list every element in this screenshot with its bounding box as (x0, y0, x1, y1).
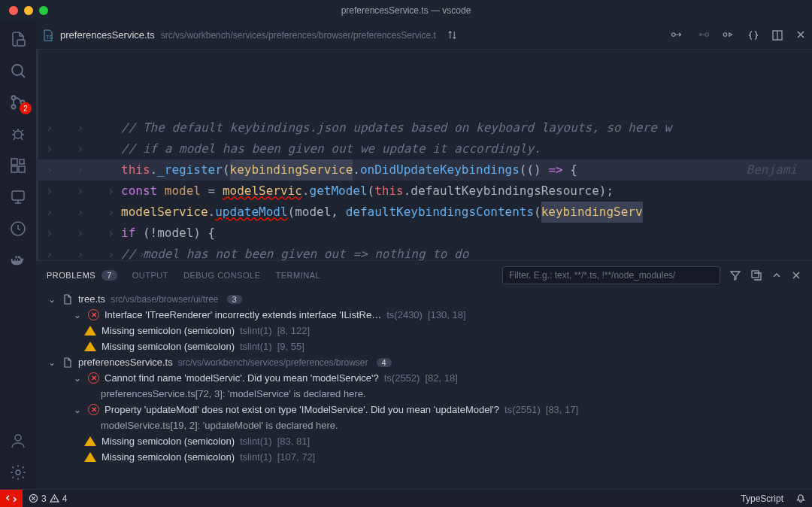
svg-rect-19 (752, 271, 759, 278)
svg-point-16 (705, 32, 709, 36)
close-panel-icon[interactable] (791, 270, 801, 281)
collapse-all-icon[interactable] (750, 269, 762, 281)
svg-rect-8 (19, 166, 25, 172)
history-icon[interactable] (9, 220, 27, 238)
editor-tab-bar: TS preferencesService.ts src/vs/workbenc… (36, 21, 812, 50)
code-line[interactable]: › › ›modelService.updateModl(model, defa… (38, 202, 812, 223)
chevron-down-icon[interactable]: ⌄ (72, 310, 83, 320)
notifications-icon[interactable] (789, 493, 812, 504)
window-title: preferencesService.ts — vscode (341, 5, 471, 16)
problems-tree[interactable]: ⌄tree.ts src/vs/base/browser/ui/tree3⌄✕I… (36, 290, 812, 489)
code-line[interactable]: › › › ›// model has not been given out =… (38, 244, 812, 260)
terminal-tab[interactable]: TERMINAL (275, 271, 320, 280)
svg-point-3 (12, 105, 16, 109)
svg-point-12 (15, 435, 21, 441)
svg-point-17 (723, 32, 727, 36)
warning-icon (84, 326, 96, 335)
warning-icon (84, 436, 96, 446)
problems-item-row[interactable]: Missing semicolon (semicolon) tslint(1) … (42, 323, 812, 339)
go-forward-icon[interactable] (696, 29, 710, 41)
accounts-icon[interactable] (9, 432, 27, 450)
typescript-file-icon: TS (42, 29, 54, 41)
warning-icon (84, 342, 96, 351)
compare-changes-icon[interactable] (447, 29, 458, 41)
code-line[interactable]: › ›this._register(keybindingService.onDi… (38, 159, 812, 181)
panel: PROBLEMS 7 OUTPUT DEBUG CONSOLE TERMINAL… (36, 260, 812, 489)
chevron-down-icon[interactable]: ⌄ (47, 357, 57, 368)
chevron-down-icon[interactable]: ⌄ (47, 294, 57, 305)
debug-icon[interactable] (9, 125, 27, 143)
output-tab[interactable]: OUTPUT (132, 271, 168, 280)
debug-console-tab[interactable]: DEBUG CONSOLE (183, 271, 260, 280)
problems-item-detail[interactable]: modelService.ts[19, 2]: 'updateModel' is… (42, 417, 812, 433)
svg-point-1 (12, 65, 23, 75)
tab-filename: preferencesService.ts (60, 29, 155, 41)
titlebar: preferencesService.ts — vscode (0, 0, 812, 21)
tab-path: src/vs/workbench/services/preferences/br… (161, 30, 436, 41)
file-icon (62, 357, 73, 368)
problems-item-row[interactable]: Missing semicolon (semicolon) tslint(1) … (42, 339, 812, 354)
problems-item-row[interactable]: ⌄✕Cannot find name 'modelServic'. Did yo… (42, 370, 812, 386)
problems-file-row[interactable]: ⌄preferencesService.ts src/vs/workbench/… (42, 354, 812, 370)
problems-count-badge: 7 (102, 270, 117, 281)
problems-tab[interactable]: PROBLEMS 7 (47, 270, 117, 281)
problems-filter-input[interactable] (502, 266, 720, 284)
status-bar: 3 4 TypeScript (0, 489, 812, 507)
extensions-icon[interactable] (9, 156, 27, 175)
maximize-panel-icon[interactable] (771, 270, 782, 281)
svg-point-2 (12, 96, 16, 100)
docker-icon[interactable] (9, 251, 27, 269)
settings-gear-icon[interactable] (9, 463, 27, 481)
problems-item-row[interactable]: ⌄✕Interface 'ITreeRenderer' incorrectly … (42, 307, 812, 323)
code-line[interactable]: › › ›const model = modelServic.getModel(… (38, 181, 812, 202)
problems-item-row[interactable]: ⌄✕Property 'updateModl' does not exist o… (42, 402, 812, 417)
file-icon (62, 294, 73, 305)
source-control-icon[interactable]: 2 (9, 93, 27, 111)
window-maximize[interactable] (39, 6, 48, 15)
language-mode[interactable]: TypeScript (735, 493, 789, 504)
go-back-icon[interactable] (671, 29, 684, 41)
problems-item-row[interactable]: Missing semicolon (semicolon) tslint(1) … (42, 449, 812, 465)
svg-rect-10 (12, 191, 24, 200)
warning-icon (84, 452, 96, 462)
svg-rect-7 (11, 166, 17, 172)
scm-badge: 2 (20, 102, 32, 114)
window-minimize[interactable] (24, 6, 33, 15)
chevron-down-icon[interactable]: ⌄ (72, 373, 83, 384)
code-line[interactable]: › ›// The default keybindings.json updat… (38, 117, 812, 138)
run-icon[interactable] (722, 29, 735, 41)
remote-icon[interactable] (9, 188, 27, 206)
svg-point-5 (14, 131, 22, 138)
svg-rect-9 (20, 159, 24, 164)
svg-text:TS: TS (46, 35, 53, 40)
filter-icon[interactable] (729, 269, 741, 281)
error-warning-status[interactable]: 3 4 (23, 493, 73, 504)
problems-file-row[interactable]: ⌄tree.ts src/vs/base/browser/ui/tree3 (42, 291, 812, 307)
problems-item-detail[interactable]: preferencesService.ts[72, 3]: 'modelServ… (42, 386, 812, 402)
code-line[interactable]: › ›// if a model has been given out we u… (38, 138, 812, 159)
svg-point-15 (672, 32, 676, 36)
split-editor-icon[interactable] (771, 29, 783, 41)
explorer-icon[interactable] (9, 30, 27, 48)
remote-status[interactable] (0, 490, 23, 507)
editor-tab[interactable]: TS preferencesService.ts src/vs/workbenc… (42, 29, 458, 41)
svg-rect-6 (11, 159, 17, 165)
problems-item-row[interactable]: Missing semicolon (semicolon) tslint(1) … (42, 433, 812, 449)
error-icon: ✕ (88, 372, 99, 384)
search-icon[interactable] (9, 62, 27, 80)
window-close[interactable] (9, 6, 18, 15)
chevron-down-icon[interactable]: ⌄ (72, 405, 83, 415)
bracket-icon[interactable] (747, 29, 759, 41)
activity-bar: 2 (0, 21, 36, 489)
close-tab-icon[interactable] (795, 29, 806, 41)
svg-point-13 (16, 470, 20, 475)
svg-rect-0 (17, 40, 25, 46)
code-line[interactable]: › › ›if (!model) { (38, 223, 812, 244)
code-editor[interactable]: › ›// The default keybindings.json updat… (36, 50, 812, 260)
error-icon: ✕ (88, 309, 99, 320)
error-icon: ✕ (88, 404, 99, 415)
